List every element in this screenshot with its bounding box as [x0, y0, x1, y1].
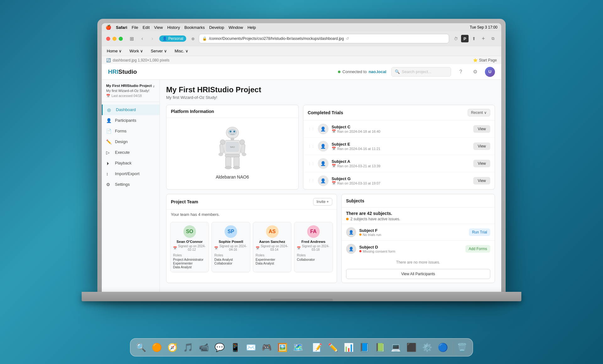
back-button[interactable]: ‹: [138, 34, 147, 43]
sidebar-item-label: Design: [115, 139, 128, 144]
dock-icon-excel[interactable]: 📗: [373, 340, 387, 354]
svg-point-12: [219, 153, 223, 156]
subject-issue-info: Subject F No trials run: [359, 228, 466, 237]
profile-pill[interactable]: 👤 Personal: [159, 35, 186, 42]
apple-menu[interactable]: 🍎: [106, 24, 111, 30]
dock-icon-launchpad[interactable]: 🟠: [150, 340, 164, 354]
dock-icon-facetime[interactable]: 📹: [197, 340, 211, 354]
dock-icon-mail[interactable]: ✉️: [244, 340, 258, 354]
settings-button[interactable]: ⚙: [470, 67, 480, 77]
file-menu[interactable]: File: [132, 25, 138, 30]
dock-icon-notes[interactable]: 📝: [310, 340, 324, 354]
bookmark-work[interactable]: Work ∨: [129, 49, 143, 53]
app-logo: HRIStudio: [108, 68, 137, 75]
member-name: Sophie Powell: [214, 240, 247, 244]
bookmarks-bar: Home ∨ Work ∨ Server ∨ Misc. ∨: [102, 46, 501, 56]
subjects-card-title: Subjects: [346, 198, 364, 203]
dock-icon-maps[interactable]: 🗺️: [291, 340, 305, 354]
bookmark-server[interactable]: Server ∨: [151, 49, 167, 53]
team-count-label: Your team has 4 members.: [166, 210, 337, 219]
view-trial-button[interactable]: View: [473, 160, 490, 167]
p-button[interactable]: P: [461, 35, 469, 42]
sidebar-item-participants[interactable]: 👤 Participants: [102, 115, 160, 126]
dock-icon-terminal[interactable]: ⬛: [405, 340, 418, 354]
user-avatar[interactable]: U: [485, 67, 495, 77]
chevron-down-icon: ∨: [152, 84, 155, 88]
trials-filter-button[interactable]: Recent ∨: [468, 109, 490, 116]
drag-handle-icon[interactable]: ⋮⋮: [308, 144, 315, 148]
roles-label: Roles: [214, 253, 247, 257]
dock-icon-safari[interactable]: 🧭: [166, 340, 179, 354]
dock-icon-vscode[interactable]: 💻: [389, 340, 403, 354]
dock-icon-accessibility[interactable]: 🔵: [436, 340, 450, 354]
forward-button[interactable]: ›: [148, 34, 157, 43]
maximize-button[interactable]: [119, 37, 123, 41]
sidebar-item-settings[interactable]: ⚙ Settings: [102, 179, 160, 190]
drag-handle-icon[interactable]: ⋮⋮: [308, 162, 315, 166]
view-trial-button[interactable]: View: [473, 125, 490, 133]
sidebar-item-forms[interactable]: 📄 Forms: [102, 126, 160, 136]
svg-point-3: [233, 131, 235, 132]
browser-chrome: ⊞ ‹ › 👤 Personal ⊕ 🔒: [102, 31, 501, 64]
trial-info: Subject G 📅Ran on 2024-03-10 at 19:07: [332, 176, 470, 185]
dock-icon-music[interactable]: 🎵: [181, 340, 195, 354]
dock-icon-pencil[interactable]: ✏️: [326, 340, 340, 354]
search-box[interactable]: 🔍 Search project...: [391, 67, 451, 77]
sidebar-toggle-button[interactable]: ⊞: [128, 35, 135, 42]
participants-icon: 👤: [106, 118, 112, 123]
app-name-menu[interactable]: Safari: [116, 25, 127, 30]
close-button[interactable]: [106, 37, 110, 41]
sidebar-item-design[interactable]: ✏️ Design: [102, 136, 160, 147]
view-all-participants-button[interactable]: View All Participants: [346, 269, 490, 279]
history-icon-button[interactable]: ⏱: [452, 35, 460, 43]
share-icon-button[interactable]: ⬆: [470, 35, 478, 43]
member-name: Sean O'Connor: [173, 240, 206, 244]
dock-icon-photos[interactable]: 🖼️: [275, 340, 289, 354]
dock-icon-word[interactable]: 📘: [357, 340, 371, 354]
sidebar-item-import-export[interactable]: ↕ Import/Export: [102, 169, 160, 179]
dock-icon-numbers[interactable]: 📊: [342, 340, 356, 354]
view-menu[interactable]: View: [154, 25, 163, 30]
sidebar-item-label: Settings: [115, 182, 130, 187]
window-menu[interactable]: Window: [229, 25, 243, 30]
sidebar-item-execute[interactable]: ▷ Execute: [102, 147, 160, 158]
main-content: My First HRIStudio Project My first Wiza…: [160, 80, 501, 292]
bookmark-misc[interactable]: Misc. ∨: [175, 49, 188, 53]
member-signed-date: 📅Signed up on 2024-03-14: [256, 244, 289, 251]
help-menu[interactable]: Help: [247, 25, 256, 30]
run-trial-button[interactable]: Run Trial: [469, 228, 490, 236]
sidebar-item-playback[interactable]: ⏵ Playback: [102, 158, 160, 169]
trial-info: Subject A 📅Ran on 2024-03-21 at 13:39: [332, 159, 470, 168]
bookmark-home[interactable]: Home ∨: [107, 49, 122, 53]
develop-menu[interactable]: Develop: [209, 25, 224, 30]
trial-row: ⋮⋮ 👤 Subject G 📅Ran on 2024-03-10 at 19:…: [303, 172, 495, 189]
tabs-button[interactable]: ⧉: [489, 35, 497, 43]
dock-icon-messages[interactable]: 💬: [213, 340, 226, 354]
dock-icon-trash[interactable]: 🗑️: [455, 340, 469, 354]
dock: 🔍 🟠 🧭 🎵 📹 💬 📱 ✉️ 🎮 🖼️ 🗺️ 📝 ✏️ 📊 📘 📗 💻 ⬛ …: [130, 338, 473, 356]
dock-icon-finder[interactable]: 🔍: [134, 340, 148, 354]
project-selector[interactable]: My First HRIStudio Project My first Wiza…: [102, 80, 160, 102]
drag-handle-icon[interactable]: ⋮⋮: [308, 179, 315, 183]
member-role: Experimenter: [256, 258, 289, 261]
add-forms-button[interactable]: Add Forms: [465, 245, 490, 253]
project-study: My first Wizard-of-Oz Study!: [106, 89, 152, 93]
edit-menu[interactable]: Edit: [143, 25, 149, 30]
view-trial-button[interactable]: View: [473, 142, 490, 150]
history-menu[interactable]: History: [167, 25, 180, 30]
sidebar-item-label: Dashboard: [116, 107, 136, 112]
sidebar-item-dashboard[interactable]: ◎ Dashboard: [102, 104, 160, 115]
address-bar[interactable]: 🔒 /connor/Documents/Projects/csci278/hri…: [199, 34, 449, 43]
dock-icon-system-settings[interactable]: ⚙️: [420, 340, 434, 354]
share-button[interactable]: ⊕: [189, 35, 197, 43]
new-tab-button[interactable]: +: [479, 35, 487, 43]
bookmarks-menu[interactable]: Bookmarks: [184, 25, 205, 30]
dock-icon-discord[interactable]: 🎮: [260, 340, 274, 354]
dock-icon-whatsapp[interactable]: 📱: [228, 340, 242, 354]
view-trial-button[interactable]: View: [473, 177, 490, 185]
minimize-button[interactable]: [112, 37, 117, 41]
help-button[interactable]: ?: [456, 67, 465, 77]
invite-button[interactable]: Invite +: [313, 198, 332, 206]
start-page-button[interactable]: ⭐ Start Page: [473, 58, 497, 62]
drag-handle-icon[interactable]: ⋮⋮: [308, 127, 315, 131]
